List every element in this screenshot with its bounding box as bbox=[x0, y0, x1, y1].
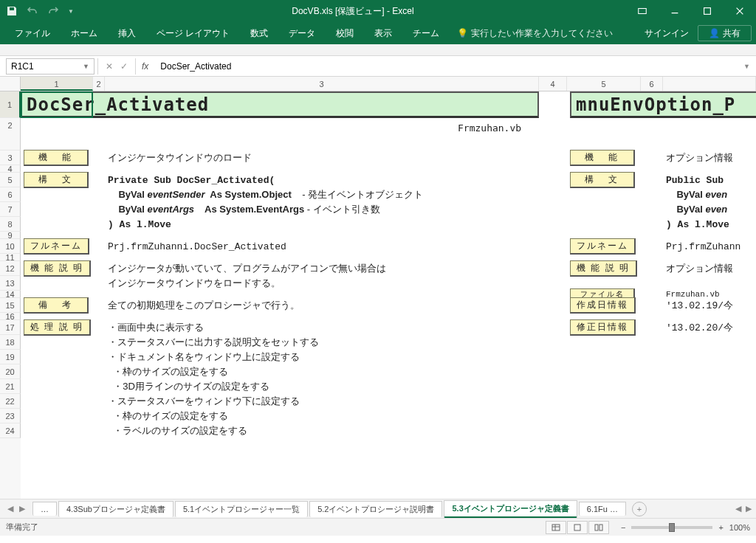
add-sheet-button[interactable]: + bbox=[632, 502, 647, 516]
row-header[interactable]: 4 bbox=[0, 165, 21, 173]
cell[interactable]: ・ステータスバーをウィンドウ下に設定する bbox=[105, 395, 539, 408]
tab-review[interactable]: 校閲 bbox=[326, 22, 364, 44]
field-label[interactable]: 処 理 説 明 bbox=[24, 319, 91, 336]
field-label[interactable]: 備 考 bbox=[24, 297, 89, 314]
row-header[interactable]: 18 bbox=[0, 335, 21, 350]
tab-formulas[interactable]: 数式 bbox=[240, 22, 278, 44]
cell[interactable]: ・画面中央に表示する bbox=[105, 321, 539, 334]
row-header[interactable]: 23 bbox=[0, 409, 21, 423]
column-header[interactable]: 6 bbox=[641, 77, 663, 91]
cell[interactable]: ) As l.Move bbox=[663, 219, 729, 230]
chevron-down-icon[interactable]: ▼ bbox=[83, 63, 89, 70]
row-header[interactable]: 13 bbox=[0, 276, 21, 291]
redo-icon[interactable] bbox=[47, 5, 59, 17]
row-header[interactable]: 21 bbox=[0, 379, 21, 394]
tab-file[interactable]: ファイル bbox=[4, 22, 61, 44]
save-icon[interactable] bbox=[6, 5, 18, 17]
undo-icon[interactable] bbox=[27, 5, 38, 17]
row-header[interactable]: 15 bbox=[0, 298, 21, 313]
field-label[interactable]: 機 能 説 明 bbox=[24, 260, 91, 277]
zoom-out-button[interactable]: − bbox=[621, 523, 625, 532]
zoom-in-button[interactable]: + bbox=[718, 523, 723, 532]
cell[interactable]: 全ての初期処理をこのプロシージャで行う。 bbox=[105, 299, 539, 312]
row-header[interactable]: 17 bbox=[0, 320, 21, 335]
sheet-tab[interactable]: 4.3Subプロシージャ定義書 bbox=[58, 501, 173, 517]
row-header[interactable]: 14 bbox=[0, 291, 21, 298]
cell[interactable]: Private Sub DocSer_Activated( bbox=[105, 175, 539, 186]
cell[interactable]: ・ラベルのサイズの設定をする bbox=[105, 424, 539, 437]
cell[interactable]: Public Sub bbox=[663, 175, 729, 186]
field-label[interactable]: 作成日情報 bbox=[570, 297, 636, 314]
section-title[interactable]: DocSer_Activated bbox=[21, 91, 539, 118]
row-header[interactable]: 9 bbox=[0, 232, 21, 239]
sheet-tab[interactable]: 5.1イベントプロシージャー一覧 bbox=[175, 501, 308, 517]
section-title[interactable]: mnuEnvOption_P bbox=[570, 91, 756, 118]
formula-input[interactable]: DocSer_Activated bbox=[154, 61, 738, 72]
zoom-control[interactable]: − + 100% bbox=[621, 523, 750, 532]
cell[interactable]: ・3D用ラインのサイズの設定をする bbox=[105, 380, 539, 393]
cell[interactable]: オプション情報 bbox=[663, 151, 733, 165]
column-header[interactable]: 2 bbox=[93, 77, 105, 91]
tellme-search[interactable]: 💡 実行したい作業を入力してください bbox=[450, 27, 613, 40]
fx-icon[interactable]: fx bbox=[136, 61, 154, 72]
row-header[interactable]: 7 bbox=[0, 202, 21, 217]
row-header[interactable]: 5 bbox=[0, 173, 21, 187]
cell[interactable]: ・ステータスバーに出力する説明文をセットする bbox=[105, 336, 539, 349]
tab-view[interactable]: 表示 bbox=[364, 22, 402, 44]
zoom-level[interactable]: 100% bbox=[729, 523, 750, 532]
cell[interactable]: オプション情報 bbox=[663, 262, 733, 275]
cell[interactable]: '13.02.19/今 bbox=[663, 299, 733, 312]
sheet-tab[interactable]: 6.1Fu … bbox=[579, 502, 626, 516]
pagebreak-view-button[interactable] bbox=[588, 521, 609, 534]
cell[interactable]: '13.02.20/今 bbox=[663, 321, 733, 334]
row-header[interactable]: 8 bbox=[0, 217, 21, 232]
cancel-formula-icon[interactable]: ✕ bbox=[106, 61, 113, 72]
qat-dropdown-icon[interactable]: ▼ bbox=[68, 8, 74, 15]
close-button[interactable] bbox=[724, 0, 756, 22]
cell[interactable]: Frmzuhan.vb bbox=[458, 122, 521, 134]
tab-team[interactable]: チーム bbox=[402, 22, 450, 44]
row-header[interactable]: 10 bbox=[0, 239, 21, 254]
cell[interactable]: インジケータウインドウのロード bbox=[105, 151, 539, 165]
row-header[interactable]: 6 bbox=[0, 187, 21, 202]
column-header[interactable]: 3 bbox=[105, 77, 539, 91]
row-header[interactable]: 2 bbox=[0, 118, 21, 151]
row-header[interactable]: 12 bbox=[0, 261, 21, 276]
row-header[interactable]: 1 bbox=[0, 91, 21, 118]
tab-pagelayout[interactable]: ページ レイアウト bbox=[146, 22, 240, 44]
field-label[interactable]: 機 能 説 明 bbox=[570, 260, 637, 277]
column-header[interactable]: 4 bbox=[539, 77, 567, 91]
field-label[interactable]: 機 能 bbox=[570, 150, 635, 166]
tab-home[interactable]: ホーム bbox=[61, 22, 108, 44]
scroll-right-icon[interactable]: ▶ bbox=[746, 504, 752, 513]
cell[interactable]: Prj.frmZuhann bbox=[663, 241, 740, 252]
expand-formula-icon[interactable]: ▼ bbox=[738, 63, 756, 70]
column-header[interactable] bbox=[663, 77, 756, 91]
cell[interactable]: インジケータウインドウをロードする。 bbox=[105, 277, 539, 290]
ribbon-options-icon[interactable] bbox=[626, 0, 659, 22]
signin-link[interactable]: サインイン bbox=[636, 27, 698, 40]
cell[interactable]: ・枠のサイズの設定をする bbox=[105, 409, 539, 423]
cell[interactable]: Frmzuhan.vb bbox=[663, 290, 720, 299]
sheet-nav-first-icon[interactable]: ◀ bbox=[7, 504, 13, 513]
scroll-left-icon[interactable]: ◀ bbox=[735, 504, 741, 513]
field-label[interactable]: フルネーム bbox=[24, 238, 89, 255]
field-label[interactable]: 機 能 bbox=[24, 150, 89, 166]
maximize-button[interactable] bbox=[691, 0, 724, 22]
cells-area[interactable]: DocSer_Activated mnuEnvOption_P Frmzuhan… bbox=[21, 91, 756, 499]
name-box[interactable]: R1C1 ▼ bbox=[6, 58, 94, 75]
cell[interactable]: ByVal even bbox=[663, 204, 727, 215]
share-button[interactable]: 👤 共有 bbox=[698, 25, 752, 41]
column-header[interactable]: 1 bbox=[21, 77, 93, 91]
cell[interactable]: ・ドキュメント名をウィンドウ上に設定する bbox=[105, 350, 539, 364]
pagelayout-view-button[interactable] bbox=[567, 521, 588, 534]
field-label[interactable]: 構 文 bbox=[570, 172, 635, 188]
cell[interactable]: ) As l.Move bbox=[105, 219, 539, 230]
row-header[interactable]: 24 bbox=[0, 423, 21, 438]
sheet-tab[interactable]: … bbox=[32, 502, 57, 516]
tab-insert[interactable]: 挿入 bbox=[108, 22, 146, 44]
minimize-button[interactable] bbox=[659, 0, 691, 22]
enter-formula-icon[interactable]: ✓ bbox=[120, 61, 128, 72]
row-header[interactable]: 20 bbox=[0, 364, 21, 379]
sheet-tab[interactable]: 5.2イベントプロシージャ説明書 bbox=[309, 501, 442, 517]
